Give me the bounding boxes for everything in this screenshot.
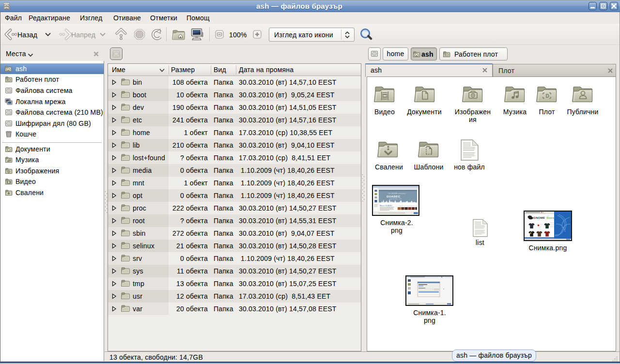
svg-text:GUADEC: GUADEC: [387, 195, 401, 198]
svg-text:July 24-30th, 2010: July 24-30th, 2010: [389, 198, 402, 200]
svg-text:Shirts: Shirts: [550, 222, 554, 223]
svg-text:D: D: [546, 93, 549, 99]
svg-text:The GNOME conference: The GNOME conference: [388, 193, 406, 195]
svg-text:Caps: Caps: [550, 226, 554, 227]
svg-text:summer 2010 in picturesque The: summer 2010 in picturesque The Hague: [399, 205, 419, 206]
svg-text:Store: Store: [546, 216, 555, 219]
svg-text:GNOME: GNOME: [533, 216, 545, 219]
svg-text:Hoodies: Hoodies: [550, 224, 555, 225]
svg-text:About GUADEC: About GUADEC: [380, 205, 393, 207]
